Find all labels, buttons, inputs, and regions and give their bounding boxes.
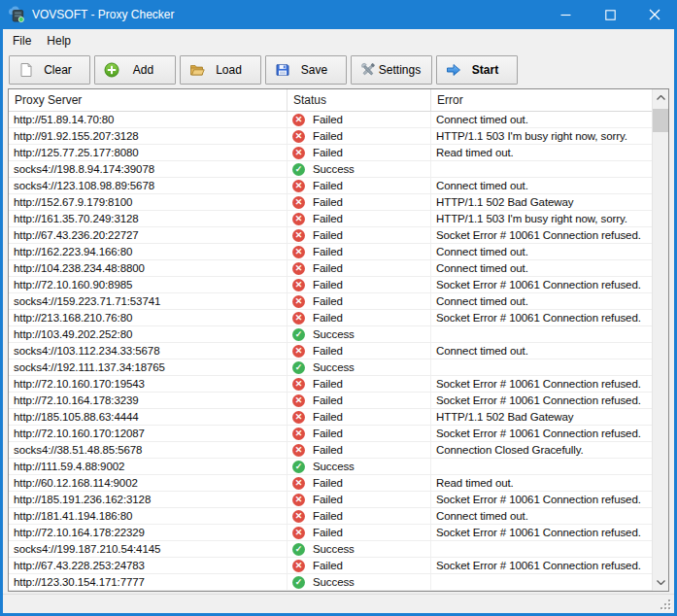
- settings-label: Settings: [376, 63, 423, 77]
- settings-button[interactable]: Settings: [351, 55, 432, 85]
- table-row[interactable]: socks4://159.223.71.71:53741 ✕ Failed Co…: [9, 293, 652, 310]
- table-row[interactable]: http://125.77.25.177:8080 ✕ Failed Read …: [9, 145, 652, 161]
- failed-icon: ✕: [292, 378, 305, 391]
- add-label: Add: [119, 63, 167, 77]
- save-label: Save: [290, 63, 338, 77]
- scrollbar-thumb[interactable]: [653, 109, 668, 132]
- maximize-button[interactable]: [588, 0, 632, 29]
- table-row[interactable]: http://72.10.160.90:8985 ✕ Failed Socket…: [9, 277, 652, 293]
- column-header-status[interactable]: Status: [288, 89, 431, 111]
- status-cell: ✕ Failed: [288, 525, 431, 540]
- table-row[interactable]: http://72.10.164.178:3239 ✕ Failed Socke…: [9, 393, 652, 409]
- window-controls: [543, 0, 677, 29]
- table-row[interactable]: socks4://198.8.94.174:39078 ✓ Success: [9, 161, 652, 178]
- table-row[interactable]: socks4://38.51.48.85:5678 ✕ Failed Conne…: [9, 442, 652, 459]
- table-row[interactable]: http://111.59.4.88:9002 ✓ Success: [9, 459, 652, 475]
- start-arrow-icon: [446, 62, 461, 78]
- title-bar[interactable]: VOVSOFT - Proxy Checker: [0, 0, 677, 29]
- error-cell: Connect timed out.: [431, 260, 652, 276]
- proxy-cell: socks4://198.8.94.174:39078: [9, 161, 288, 177]
- table-row[interactable]: http://60.12.168.114:9002 ✕ Failed Read …: [9, 475, 652, 492]
- proxy-cell: http://72.10.164.178:22329: [9, 525, 288, 540]
- status-cell: ✓ Success: [288, 326, 431, 342]
- table-row[interactable]: http://152.67.9.179:8100 ✕ Failed HTTP/1…: [9, 194, 652, 211]
- status-cell: ✕ Failed: [288, 508, 431, 524]
- status-cell: ✕ Failed: [288, 293, 431, 309]
- start-button[interactable]: Start: [436, 55, 518, 85]
- failed-icon: ✕: [292, 312, 305, 325]
- status-label: Failed: [313, 312, 343, 324]
- table-row[interactable]: http://72.10.164.178:22329 ✕ Failed Sock…: [9, 525, 652, 541]
- status-cell: ✓ Success: [288, 574, 431, 590]
- status-cell: ✕ Failed: [288, 376, 431, 392]
- column-header-error[interactable]: Error: [431, 89, 652, 111]
- resize-grip[interactable]: [660, 599, 672, 611]
- failed-icon: ✕: [292, 196, 305, 209]
- proxy-cell: http://72.10.164.178:3239: [9, 393, 288, 408]
- error-cell: Read timed out.: [431, 145, 652, 160]
- failed-icon: ✕: [292, 345, 305, 358]
- failed-icon: ✕: [292, 411, 305, 424]
- table-row[interactable]: http://181.41.194.186:80 ✕ Failed Connec…: [9, 508, 652, 525]
- minimize-button[interactable]: [543, 0, 588, 29]
- table-row[interactable]: http://67.43.236.20:22727 ✕ Failed Socke…: [9, 227, 652, 244]
- proxy-cell: http://91.92.155.207:3128: [9, 128, 288, 144]
- vertical-scrollbar[interactable]: [652, 89, 668, 591]
- table-row[interactable]: http://161.35.70.249:3128 ✕ Failed HTTP/…: [9, 211, 652, 227]
- table-row[interactable]: http://91.92.155.207:3128 ✕ Failed HTTP/…: [9, 128, 652, 145]
- failed-icon: ✕: [292, 213, 305, 225]
- scroll-down-button[interactable]: [653, 574, 668, 591]
- status-label: Failed: [313, 378, 343, 390]
- status-cell: ✕ Failed: [288, 409, 431, 425]
- column-header-proxy-server[interactable]: Proxy Server: [9, 89, 288, 111]
- error-cell: HTTP/1.1 502 Bad Gateway: [431, 194, 652, 210]
- failed-icon: ✕: [292, 510, 305, 523]
- status-cell: ✕ Failed: [288, 112, 431, 127]
- failed-icon: ✕: [292, 494, 305, 506]
- error-cell: Connection Closed Gracefully.: [431, 442, 652, 458]
- error-cell: [431, 326, 652, 342]
- table-row[interactable]: http://185.105.88.63:4444 ✕ Failed HTTP/…: [9, 409, 652, 426]
- table-row[interactable]: http://213.168.210.76:80 ✕ Failed Socket…: [9, 310, 652, 326]
- failed-icon: ✕: [292, 246, 305, 258]
- error-cell: Socket Error # 10061 Connection refused.: [431, 310, 652, 325]
- client-area: File Help Clear: [3, 29, 674, 613]
- status-label: Failed: [313, 510, 343, 522]
- table-row[interactable]: http://72.10.160.170:19543 ✕ Failed Sock…: [9, 376, 652, 393]
- status-label: Failed: [313, 279, 343, 291]
- menu-file[interactable]: File: [5, 31, 39, 51]
- error-cell: [431, 359, 652, 375]
- status-cell: ✕ Failed: [288, 277, 431, 292]
- table-row[interactable]: http://72.10.160.170:12087 ✕ Failed Sock…: [9, 426, 652, 442]
- menu-help[interactable]: Help: [39, 31, 79, 51]
- table-row[interactable]: http://185.191.236.162:3128 ✕ Failed Soc…: [9, 492, 652, 508]
- status-cell: ✕ Failed: [288, 178, 431, 193]
- error-cell: Socket Error # 10061 Connection refused.: [431, 426, 652, 441]
- proxy-cell: http://152.67.9.179:8100: [9, 194, 288, 210]
- close-button[interactable]: [632, 0, 677, 29]
- error-cell: Connect timed out.: [431, 244, 652, 259]
- table-row[interactable]: http://103.49.202.252:80 ✓ Success: [9, 326, 652, 343]
- failed-icon: ✕: [292, 180, 305, 192]
- toolbar: Clear Add: [3, 51, 674, 86]
- table-row[interactable]: http://123.30.154.171:7777 ✓ Success: [9, 574, 652, 591]
- error-cell: Connect timed out.: [431, 508, 652, 524]
- add-button[interactable]: Add: [94, 55, 176, 85]
- status-cell: ✓ Success: [288, 359, 431, 375]
- table-row[interactable]: http://51.89.14.70:80 ✕ Failed Connect t…: [9, 112, 652, 128]
- scroll-up-button[interactable]: [653, 89, 668, 106]
- table-row[interactable]: http://162.223.94.166:80 ✕ Failed Connec…: [9, 244, 652, 260]
- load-button[interactable]: Load: [180, 55, 261, 85]
- menu-bar: File Help: [3, 29, 674, 51]
- table-row[interactable]: http://104.238.234.48:8800 ✕ Failed Conn…: [9, 260, 652, 277]
- error-cell: HTTP/1.1 503 I'm busy right now, sorry.: [431, 128, 652, 144]
- clear-button[interactable]: Clear: [9, 55, 90, 85]
- table-row[interactable]: socks4://199.187.210.54:4145 ✓ Success: [9, 541, 652, 558]
- table-row[interactable]: socks4://123.108.98.89:5678 ✕ Failed Con…: [9, 178, 652, 194]
- app-icon: [8, 6, 25, 23]
- table-row[interactable]: http://67.43.228.253:24783 ✕ Failed Sock…: [9, 558, 652, 574]
- table-row[interactable]: socks4://192.111.137.34:18765 ✓ Success: [9, 359, 652, 376]
- add-plus-icon: [104, 62, 119, 78]
- table-row[interactable]: socks4://103.112.234.33:5678 ✕ Failed Co…: [9, 343, 652, 359]
- save-button[interactable]: Save: [265, 55, 347, 85]
